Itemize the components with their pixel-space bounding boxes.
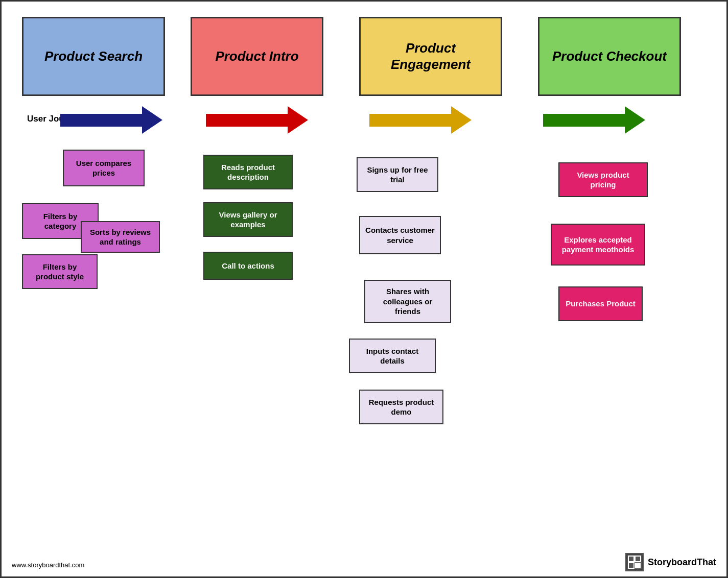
card-user-compares: User compares prices [63,150,145,186]
col2-header: Product Intro [191,17,323,96]
footer-website: www.storyboardthat.com [12,561,84,569]
arrow-col3 [369,106,472,134]
card-sorts-reviews: Sorts by reviews and ratings [81,221,160,253]
svg-rect-4 [635,563,641,568]
col2-title: Product Intro [215,49,298,64]
logo-area: StoryboardThat [625,553,716,571]
canvas: Product Search Product Intro Product Eng… [2,2,726,576]
col3-header: Product Engagement [359,17,502,96]
card-reads-desc: Reads product description [203,155,293,189]
arrow-col1 [60,106,162,134]
card-call-actions: Call to actions [203,252,293,280]
card-explores-payment: Explores accepted payment meothoids [551,224,645,266]
col4-title: Product Checkout [552,49,667,64]
col3-title: Product Engagement [366,40,496,72]
col1-header: Product Search [22,17,165,96]
logo-icon [625,553,644,571]
card-signs-up: Signs up for free trial [357,157,438,192]
card-contacts-service: Contacts customer service [359,216,441,254]
card-purchases: Purchases Product [558,286,643,321]
logo-text: StoryboardThat [648,557,716,568]
card-views-gallery: Views gallery or examples [203,202,293,237]
card-views-pricing: Views product pricing [558,162,648,197]
card-requests-demo: Requests product demo [359,390,443,424]
card-filters-style: Filters by product style [22,254,98,289]
arrow-col2 [206,106,308,134]
col1-title: Product Search [44,49,143,64]
col4-header: Product Checkout [538,17,681,96]
arrow-col4 [543,106,645,134]
card-inputs-contact: Inputs contact details [349,339,436,373]
card-shares: Shares with colleagues or friends [364,280,451,323]
